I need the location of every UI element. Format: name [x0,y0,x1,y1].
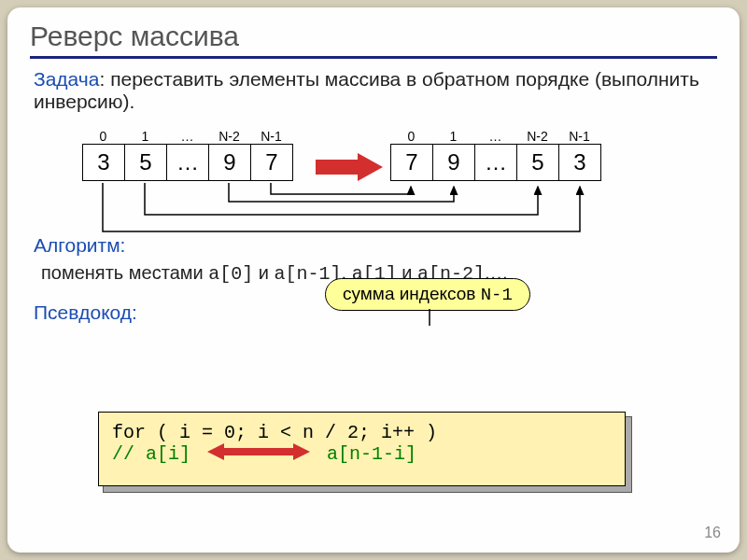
swap-txt: поменять местами [41,262,208,283]
idx: … [474,129,516,144]
task-text: : переставить элементы массива в обратно… [34,68,699,112]
idx: 0 [390,129,432,144]
cell-row: 7 9 … 5 3 [390,144,601,181]
index-sum-tooltip: сумма индексов N-1 [325,278,530,311]
idx: N-1 [558,129,600,144]
cell-row: 3 5 … 9 7 [82,144,293,181]
code-comment-b: a[n-1-i] [327,443,416,465]
cell: 3 [83,145,125,180]
task-line: Задача: переставить элементы массива в о… [34,68,713,113]
task-label: Задача [34,68,99,90]
code-comment-a: // a[i] [112,443,190,465]
cell: 7 [251,145,293,180]
tooltip-text: сумма индексов [343,284,481,303]
cell: 9 [433,145,475,180]
page-number: 16 [704,525,721,541]
swap-code: a[0] [208,263,253,285]
cell: 3 [559,145,601,180]
array-illustration: 0 1 … N-2 N-1 3 5 … 9 7 0 1 [63,129,689,259]
swap-txt: и [253,262,274,283]
tooltip-code: N-1 [481,285,513,305]
idx: 1 [432,129,474,144]
idx: … [166,129,208,144]
idx: N-2 [516,129,558,144]
svg-marker-3 [207,443,310,460]
cell: … [475,145,517,180]
transform-arrow-icon [316,153,383,185]
cell: 5 [517,145,559,180]
svg-marker-1 [358,153,383,181]
index-row: 0 1 … N-2 N-1 [82,129,293,144]
index-row: 0 1 … N-2 N-1 [390,129,601,144]
idx: N-1 [250,129,292,144]
cell: 9 [209,145,251,180]
idx: N-2 [208,129,250,144]
tooltip-pointer-icon [419,309,440,329]
array-before: 0 1 … N-2 N-1 3 5 … 9 7 [82,129,293,181]
swap-double-arrow-icon [207,443,310,466]
pseudocode-box: for ( i = 0; i < n / 2; i++ ) // a[i] a[… [98,412,626,486]
idx: 0 [82,129,124,144]
slide: Реверс массива Задача: переставить элеме… [7,7,740,553]
svg-rect-0 [316,160,358,175]
code-line-2: // a[i] a[n-1-i] [112,443,612,466]
array-after: 0 1 … N-2 N-1 7 9 … 5 3 [390,129,601,181]
cell: 7 [391,145,433,180]
page-title: Реверс массива [7,7,740,56]
code-line-1: for ( i = 0; i < n / 2; i++ ) [112,422,612,443]
cell: … [167,145,209,180]
cell: 5 [125,145,167,180]
idx: 1 [124,129,166,144]
